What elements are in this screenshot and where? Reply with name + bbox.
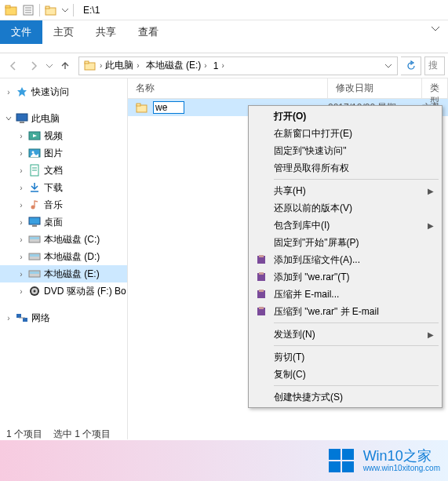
cm-open[interactable]: 打开(O)	[250, 107, 440, 125]
ribbon: 文件 主页 共享 查看	[0, 20, 448, 53]
breadcrumb-seg-pc[interactable]: 此电脑›	[102, 59, 142, 72]
chevron-right-icon[interactable]: ›	[17, 218, 25, 226]
context-menu: 打开(O) 在新窗口中打开(E) 固定到"快速访问" 管理员取得所有权 共享(H…	[248, 105, 443, 408]
chevron-right-icon[interactable]: ›	[17, 270, 25, 278]
cm-admin-ownership[interactable]: 管理员取得所有权	[250, 159, 440, 177]
chevron-right-icon[interactable]: ›	[5, 88, 13, 96]
sidebar-label: 此电脑	[31, 112, 60, 126]
sidebar-label: 音乐	[44, 199, 63, 212]
properties-icon[interactable]	[20, 2, 36, 18]
column-name[interactable]: 名称	[128, 78, 328, 98]
chevron-right-icon[interactable]: ›	[204, 61, 206, 70]
column-date[interactable]: 修改日期	[328, 78, 422, 98]
cm-compress-we-email[interactable]: 压缩到 "we.rar" 并 E-mail	[250, 303, 440, 320]
forward-button[interactable]	[24, 56, 44, 76]
svg-rect-45	[329, 449, 341, 460]
sidebar-item[interactable]: ›下载	[0, 179, 127, 196]
cm-label: 复制(C)	[274, 368, 306, 381]
svg-point-31	[34, 290, 36, 293]
cm-separator	[274, 385, 439, 386]
chevron-right-icon[interactable]: ›	[17, 132, 25, 140]
chevron-right-icon[interactable]: ›	[17, 184, 25, 191]
qat-dropdown-icon[interactable]	[60, 2, 70, 18]
folder-icon	[84, 60, 97, 72]
cm-label: 发送到(N)	[274, 328, 315, 341]
sidebar-item[interactable]: ›图片	[0, 144, 127, 162]
sidebar-item[interactable]: ›桌面	[0, 213, 127, 231]
sidebar-item[interactable]: ›本地磁盘 (D:)	[0, 248, 127, 265]
folder-small-icon[interactable]	[43, 2, 59, 18]
chevron-right-icon[interactable]: ›	[17, 201, 25, 209]
search-input[interactable]: 搜	[424, 56, 445, 75]
up-button[interactable]	[55, 56, 75, 76]
breadcrumb[interactable]: › 此电脑› 本地磁盘 (E:)› 1›	[78, 56, 398, 75]
desktop-icon	[28, 216, 41, 228]
svg-rect-10	[16, 114, 27, 121]
cm-pin-start[interactable]: 固定到"开始"屏幕(P)	[250, 234, 440, 251]
chevron-right-icon: ▶	[428, 330, 434, 339]
recent-dropdown-icon[interactable]	[44, 56, 55, 76]
cm-add-archive[interactable]: 添加到压缩文件(A)...	[250, 251, 440, 268]
sidebar-item[interactable]: ›视频	[0, 127, 127, 144]
cm-share[interactable]: 共享(H)▶	[250, 182, 440, 199]
tab-view[interactable]: 查看	[127, 20, 169, 44]
cm-separator	[274, 179, 439, 180]
svg-rect-21	[29, 217, 40, 224]
cm-restore-previous[interactable]: 还原以前的版本(V)	[250, 199, 440, 217]
svg-rect-32	[16, 314, 21, 318]
refresh-button[interactable]	[401, 56, 421, 75]
tab-home[interactable]: 主页	[42, 20, 85, 44]
chevron-right-icon[interactable]: ›	[5, 314, 13, 322]
cm-label: 还原以前的版本(V)	[274, 202, 352, 215]
sidebar-label: 快速访问	[31, 86, 69, 99]
back-button[interactable]	[3, 56, 24, 76]
breadcrumb-seg-folder[interactable]: 1›	[210, 60, 228, 71]
chevron-right-icon[interactable]: ›	[17, 149, 25, 157]
chevron-right-icon[interactable]: ›	[137, 61, 139, 70]
sidebar: › 快速访问 此电脑 ›视频›图片›文档›下载›音乐›桌面›本地磁盘 (C:)›…	[0, 78, 128, 439]
cm-create-shortcut[interactable]: 创建快捷方式(S)	[250, 388, 440, 406]
chevron-right-icon[interactable]: ›	[221, 61, 224, 70]
sidebar-label: 本地磁盘 (E:)	[44, 268, 100, 281]
sidebar-item-this-pc[interactable]: 此电脑	[0, 110, 127, 127]
breadcrumb-dropdown-icon[interactable]	[381, 56, 395, 76]
video-icon	[28, 129, 41, 142]
cm-include-library[interactable]: 包含到库中(I)▶	[250, 217, 440, 234]
cm-label: 管理员取得所有权	[274, 162, 349, 175]
cm-separator	[274, 322, 439, 323]
sidebar-item[interactable]: ›DVD 驱动器 (F:) Bo	[0, 282, 127, 300]
chevron-right-icon[interactable]: ›	[17, 287, 25, 295]
tab-share[interactable]: 共享	[85, 20, 127, 44]
cm-cut[interactable]: 剪切(T)	[250, 348, 440, 366]
sidebar-item[interactable]: ›文档	[0, 162, 127, 179]
cm-label: 固定到"开始"屏幕(P)	[274, 236, 359, 250]
cm-copy[interactable]: 复制(C)	[250, 366, 440, 383]
cm-label: 包含到库中(I)	[274, 219, 330, 232]
breadcrumb-seg-drive[interactable]: 本地磁盘 (E:)›	[143, 59, 210, 72]
rename-input[interactable]	[153, 101, 184, 114]
cm-open-new-window[interactable]: 在新窗口中打开(E)	[250, 125, 440, 142]
cm-compress-email[interactable]: 压缩并 E-mail...	[250, 286, 440, 303]
folder-icon	[136, 101, 148, 114]
sidebar-item[interactable]: ›音乐	[0, 196, 127, 213]
search-placeholder: 搜	[428, 59, 438, 72]
cm-add-we-rar[interactable]: 添加到 "we.rar"(T)	[250, 268, 440, 286]
column-headers: 名称 修改日期 类型	[128, 78, 448, 99]
disk-icon	[28, 233, 41, 246]
chevron-down-icon[interactable]	[5, 115, 13, 122]
chevron-right-icon[interactable]: ›	[17, 166, 25, 174]
chevron-right-icon[interactable]: ›	[17, 235, 25, 243]
cm-send-to[interactable]: 发送到(N)▶	[250, 326, 440, 343]
chevron-right-icon[interactable]: ›	[17, 253, 25, 261]
monitor-icon	[16, 112, 28, 125]
column-type[interactable]: 类型	[422, 78, 448, 98]
sidebar-item[interactable]: ›本地磁盘 (E:)	[0, 265, 127, 282]
sidebar-item-quick-access[interactable]: › 快速访问	[0, 83, 127, 100]
tab-file[interactable]: 文件	[0, 20, 42, 44]
ribbon-expand-icon[interactable]	[428, 20, 443, 38]
sidebar-label: 桌面	[44, 216, 63, 229]
sidebar-item-network[interactable]: › 网络	[0, 309, 127, 326]
cm-pin-quick-access[interactable]: 固定到"快速访问"	[250, 142, 440, 159]
sidebar-item[interactable]: ›本地磁盘 (C:)	[0, 231, 127, 248]
svg-rect-40	[259, 272, 264, 275]
